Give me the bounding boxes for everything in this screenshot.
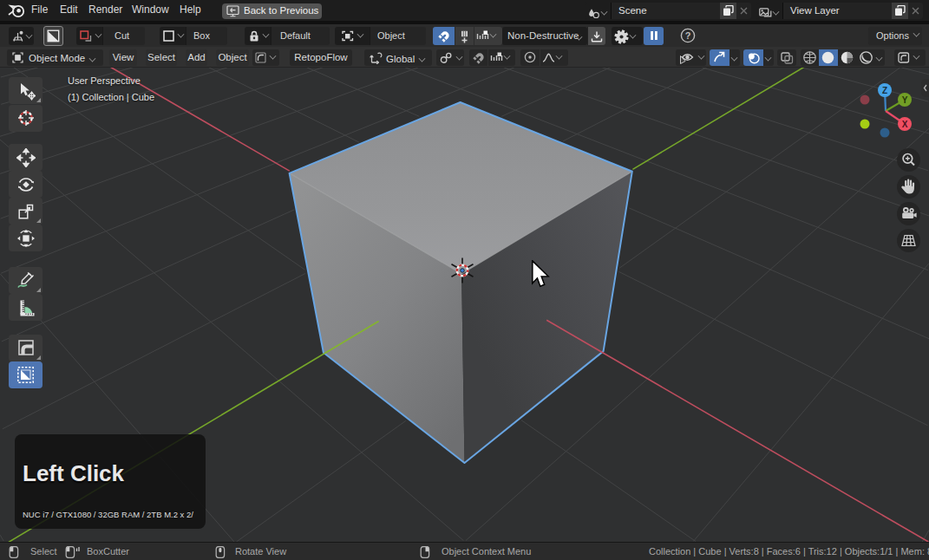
svg-text:?: ?	[685, 30, 691, 41]
svg-text:X: X	[902, 120, 908, 129]
svg-text:Y: Y	[902, 95, 908, 105]
svg-text:Z: Z	[882, 86, 887, 95]
